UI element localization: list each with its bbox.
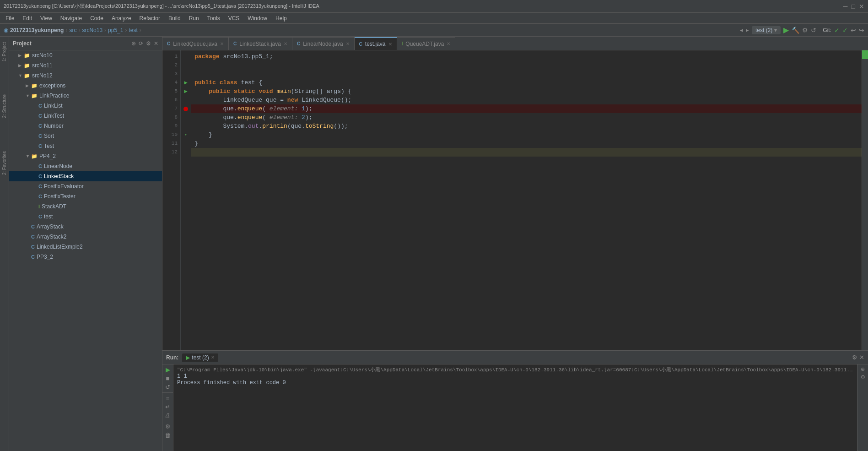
project-settings-icon[interactable]: ⚙ — [146, 40, 151, 47]
run-command-line: "C:\Program Files\Java\jdk-10\bin\java.e… — [177, 366, 853, 373]
tree-pp32[interactable]: C PP3_2 — [9, 252, 162, 262]
tab-close-test[interactable]: ✕ — [388, 42, 392, 47]
run-panel-settings-icon[interactable]: ⚙ — [852, 354, 857, 361]
tab-test-active[interactable]: C test.java ✕ — [355, 37, 397, 50]
run-rerun-icon[interactable]: ↺ — [165, 384, 170, 391]
run-play-icon[interactable]: ▶ — [166, 366, 170, 373]
tree-arraystack[interactable]: C ArrayStack — [9, 222, 162, 232]
tree-test-link[interactable]: C Test — [9, 141, 162, 151]
breakpoint-7[interactable] — [183, 107, 188, 111]
menu-edit[interactable]: Edit — [19, 14, 36, 22]
tree-test-small[interactable]: C test — [9, 212, 162, 222]
run-button[interactable]: ▶ — [783, 26, 789, 34]
project-title: Project — [13, 40, 129, 47]
tree-arraystack2[interactable]: C ArrayStack2 — [9, 232, 162, 242]
run-config-selector[interactable]: test (2) ▾ — [752, 26, 781, 34]
project-close-icon[interactable]: ✕ — [154, 40, 158, 47]
tab-linkedqueue[interactable]: C LinkedQueue.java ✕ — [162, 37, 229, 50]
build-button[interactable]: 🔨 — [792, 27, 799, 34]
run-tab[interactable]: ▶ test (2) ✕ — [182, 353, 218, 362]
tree-postfixevaluator[interactable]: C PostfixEvaluator — [9, 181, 162, 191]
tab-linearnode[interactable]: C LinearNode.java ✕ — [292, 37, 355, 50]
tab-linkedstack-file[interactable]: C LinkedStack.java ✕ — [229, 37, 292, 50]
git-check1[interactable]: ✓ — [834, 27, 840, 34]
tab-close-linkedstack[interactable]: ✕ — [284, 41, 287, 46]
menu-code[interactable]: Code — [86, 14, 107, 22]
git-check2[interactable]: ✓ — [842, 27, 848, 34]
favorites-sidebar-label[interactable]: 2: Favorites — [1, 149, 8, 177]
breadcrumb-srcno13[interactable]: srcNo13 — [82, 27, 102, 33]
tree-linearnode[interactable]: C LinearNode — [9, 161, 162, 171]
breadcrumb-project[interactable]: 20172313yukunpeng — [10, 27, 64, 33]
tree-linkedstack[interactable]: C LinkedStack — [9, 171, 162, 181]
run-stop-icon[interactable]: ■ — [166, 375, 170, 382]
menu-help[interactable]: Help — [272, 14, 291, 22]
run-maximize-icon[interactable]: ⊕ — [861, 366, 865, 372]
menu-vcs[interactable]: VCS — [225, 14, 243, 22]
run-config-label: test (2) — [755, 27, 772, 33]
tree-sort[interactable]: C Sort — [9, 131, 162, 141]
run-trash-icon[interactable]: 🗑 — [165, 432, 171, 439]
tree-linklist[interactable]: C LinkList — [9, 101, 162, 111]
project-icon1[interactable]: ⊕ — [131, 40, 136, 47]
tree-pp42[interactable]: ▼ 📁 PP4_2 — [9, 151, 162, 161]
tab-queueadt[interactable]: I QueueADT.java ✕ — [397, 37, 456, 50]
fold-10[interactable]: ▾ — [184, 132, 187, 137]
run-filter-icon[interactable]: ⚙ — [165, 423, 171, 430]
code-content[interactable]: package srcNo13.pp5_1; public class test… — [191, 50, 862, 350]
run-print-icon[interactable]: 🖨 — [165, 412, 171, 419]
menu-navigate[interactable]: Navigate — [57, 14, 86, 22]
git-back[interactable]: ↩ — [851, 27, 856, 34]
tree-number[interactable]: C Number — [9, 121, 162, 131]
menu-window[interactable]: Window — [244, 14, 271, 22]
breadcrumb-folder[interactable]: src — [69, 27, 76, 33]
git-forward2[interactable]: ↪ — [859, 27, 864, 34]
run-panel: Run: ▶ test (2) ✕ ⚙ ✕ ▶ ■ ↺ ≡ — [162, 350, 868, 451]
tree-linktest[interactable]: C LinkTest — [9, 111, 162, 121]
back-button[interactable]: ◂ — [740, 27, 743, 33]
main-container: 1: Project 2: Structure 2: Favorites Pro… — [0, 37, 868, 451]
debug-button[interactable]: ⚙ — [802, 27, 808, 34]
menu-run[interactable]: Run — [185, 14, 203, 22]
menu-build[interactable]: Build — [165, 14, 184, 22]
run-scroll-icon[interactable]: ≡ — [166, 395, 170, 402]
project-icon2[interactable]: ⟳ — [139, 40, 143, 47]
menu-file[interactable]: File — [2, 14, 18, 22]
minimize-button[interactable]: ─ — [843, 3, 848, 10]
project-sidebar-label[interactable]: 1: Project — [1, 40, 8, 63]
maximize-button[interactable]: □ — [852, 3, 855, 10]
run-panel-close-icon[interactable]: ✕ — [859, 354, 864, 361]
menu-analyze[interactable]: Analyze — [108, 14, 135, 22]
menu-bar: File Edit View Navigate Code Analyze Ref… — [0, 13, 868, 24]
breadcrumb-pp5[interactable]: pp5_1 — [108, 27, 123, 33]
tab-close-linearnode[interactable]: ✕ — [346, 41, 350, 46]
tree-stackadt[interactable]: I StackADT — [9, 201, 162, 212]
tree-srcno10[interactable]: ▶ 📁 srcNo10 — [9, 50, 162, 60]
breadcrumb-sep1: › — [65, 27, 67, 33]
tree-srcno12[interactable]: ▼ 📁 srcNo12 — [9, 71, 162, 81]
run-arrow-4[interactable]: ▶ — [184, 79, 187, 86]
tree-postfixtester[interactable]: C PostfixTester — [9, 191, 162, 201]
run-wrap-icon[interactable]: ↵ — [165, 403, 170, 410]
menu-view[interactable]: View — [37, 14, 56, 22]
run-tab-close[interactable]: ✕ — [211, 355, 215, 360]
tab-close-linkedqueue[interactable]: ✕ — [220, 41, 224, 46]
menu-tools[interactable]: Tools — [204, 14, 224, 22]
run-arrow-5[interactable]: ▶ — [184, 88, 187, 95]
tree-srcno11[interactable]: ▶ 📁 srcNo11 — [9, 60, 162, 71]
tree-exceptions[interactable]: ▶ 📁 exceptions — [9, 81, 162, 91]
forward-button[interactable]: ▸ — [746, 27, 749, 33]
gutter-row-4: ▶ — [181, 78, 191, 87]
run-cogwheel-icon[interactable]: ⚙ — [861, 374, 865, 380]
close-button[interactable]: ✕ — [859, 3, 864, 10]
code-line-12 — [191, 148, 862, 157]
reload-button[interactable]: ↺ — [811, 27, 816, 34]
breadcrumb-test[interactable]: test — [129, 27, 137, 33]
tree-linkpractice[interactable]: ▼ 📁 LinkPractice — [9, 91, 162, 101]
tab-close-queueadt[interactable]: ✕ — [447, 41, 450, 46]
code-line-4: public class test { — [191, 78, 862, 87]
tree-linkedlistexmple2[interactable]: C LinkedListExmple2 — [9, 242, 162, 252]
tab-bar: C LinkedQueue.java ✕ C LinkedStack.java … — [162, 37, 868, 50]
structure-sidebar-label[interactable]: 2: Structure — [1, 92, 8, 120]
menu-refactor[interactable]: Refactor — [136, 14, 164, 22]
